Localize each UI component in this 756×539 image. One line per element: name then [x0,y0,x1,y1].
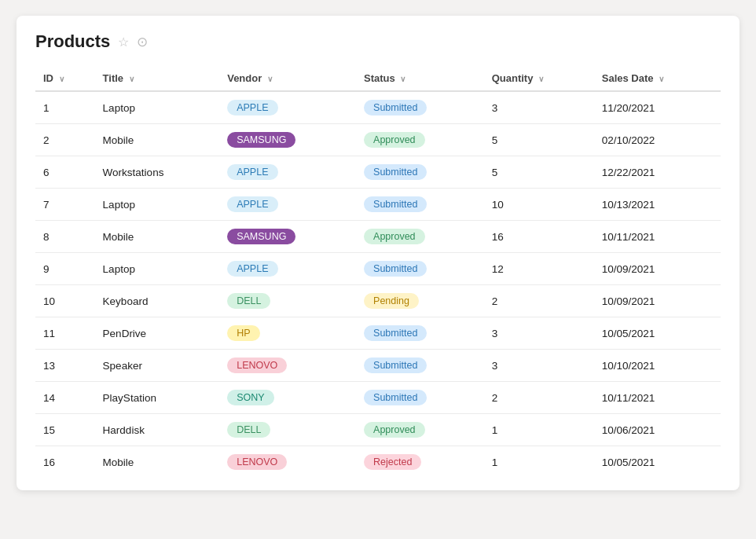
vendor-badge: APPLE [227,164,277,180]
check-circle-icon[interactable]: ⊙ [137,34,148,50]
star-icon[interactable]: ☆ [118,35,129,50]
col-title[interactable]: Title ∨ [95,66,220,91]
cell-title: PenDrive [95,317,220,350]
cell-quantity: 3 [484,350,594,382]
cell-quantity: 2 [484,285,594,317]
cell-quantity: 10 [484,189,594,221]
status-badge: Submitted [364,164,427,180]
col-quantity[interactable]: Quantity ∨ [484,66,594,91]
table-row[interactable]: 9 Laptop APPLE Submitted 12 10/09/2021 [35,253,721,285]
table-row[interactable]: 10 Keyboard DELL Pending 2 10/09/2021 [35,285,721,317]
cell-id: 11 [35,317,95,350]
status-badge: Submitted [364,100,427,116]
vendor-badge: APPLE [227,196,277,212]
table-row[interactable]: 1 Laptop APPLE Submitted 3 11/20/2021 [35,91,721,124]
table-header: ID ∨ Title ∨ Vendor ∨ Status ∨ Quantity [35,66,721,91]
status-badge: Submitted [364,261,427,277]
cell-title: Mobile [95,221,220,253]
cell-status: Submitted [356,156,484,189]
status-badge: Pending [364,293,419,309]
vendor-badge: LENOVO [227,358,287,373]
status-badge: Submitted [364,390,427,405]
cell-status: Submitted [356,91,484,124]
cell-id: 14 [35,382,95,414]
cell-sales-date: 10/11/2021 [594,221,721,253]
col-vendor[interactable]: Vendor ∨ [219,66,356,91]
cell-title: Laptop [95,253,220,285]
cell-vendor: DELL [219,285,356,317]
table-row[interactable]: 16 Mobile LENOVO Rejected 1 10/05/2021 [35,446,721,478]
cell-title: Mobile [95,124,220,156]
vendor-badge: DELL [227,293,270,309]
cell-quantity: 3 [484,317,594,350]
products-table: ID ∨ Title ∨ Vendor ∨ Status ∨ Quantity [35,66,721,478]
page-header: Products ☆ ⊙ [35,31,721,52]
cell-quantity: 3 [484,91,594,124]
table-row[interactable]: 13 Speaker LENOVO Submitted 3 10/10/2021 [35,350,721,382]
cell-id: 8 [35,221,95,253]
cell-id: 6 [35,156,95,189]
table-row[interactable]: 2 Mobile SAMSUNG Approved 5 02/10/2022 [35,124,721,156]
cell-status: Approved [356,221,484,253]
vendor-badge: SONY [227,390,273,405]
cell-id: 2 [35,124,95,156]
cell-status: Pending [356,285,484,317]
cell-status: Submitted [356,253,484,285]
sort-icon-id: ∨ [59,75,64,83]
cell-id: 1 [35,91,95,124]
status-badge: Submitted [364,196,427,212]
cell-vendor: APPLE [219,156,356,189]
cell-vendor: LENOVO [219,350,356,382]
cell-sales-date: 11/20/2021 [594,91,721,124]
cell-sales-date: 10/06/2021 [594,414,721,446]
table-row[interactable]: 7 Laptop APPLE Submitted 10 10/13/2021 [35,189,721,221]
cell-quantity: 5 [484,124,594,156]
table-row[interactable]: 8 Mobile SAMSUNG Approved 16 10/11/2021 [35,221,721,253]
cell-status: Submitted [356,189,484,221]
sort-icon-vendor: ∨ [267,75,273,83]
col-sales-date[interactable]: Sales Date ∨ [594,66,721,91]
vendor-badge: SAMSUNG [227,132,295,148]
cell-id: 13 [35,350,95,382]
table-row[interactable]: 6 Workstations APPLE Submitted 5 12/22/2… [35,156,721,189]
cell-status: Submitted [356,350,484,382]
cell-sales-date: 10/11/2021 [594,382,721,414]
cell-vendor: APPLE [219,253,356,285]
cell-sales-date: 10/09/2021 [594,253,721,285]
cell-quantity: 16 [484,221,594,253]
cell-sales-date: 12/22/2021 [594,156,721,189]
table-body: 1 Laptop APPLE Submitted 3 11/20/2021 2 … [35,91,721,478]
status-badge: Submitted [364,325,427,341]
cell-title: Keyboard [95,285,220,317]
cell-vendor: HP [219,317,356,350]
cell-sales-date: 10/09/2021 [594,285,721,317]
cell-vendor: APPLE [219,189,356,221]
col-status[interactable]: Status ∨ [356,66,484,91]
table-row[interactable]: 11 PenDrive HP Submitted 3 10/05/2021 [35,317,721,350]
table-row[interactable]: 15 Harddisk DELL Approved 1 10/06/2021 [35,414,721,446]
vendor-badge: APPLE [227,261,277,277]
cell-status: Submitted [356,382,484,414]
cell-quantity: 5 [484,156,594,189]
cell-title: Harddisk [95,414,220,446]
sort-icon-title: ∨ [129,75,134,83]
cell-sales-date: 10/10/2021 [594,350,721,382]
cell-sales-date: 10/05/2021 [594,446,721,478]
cell-status: Approved [356,414,484,446]
table-row[interactable]: 14 PlayStation SONY Submitted 2 10/11/20… [35,382,721,414]
cell-sales-date: 02/10/2022 [594,124,721,156]
cell-vendor: SAMSUNG [219,221,356,253]
page-title: Products [35,31,110,52]
status-badge: Rejected [364,454,421,470]
products-panel: Products ☆ ⊙ ID ∨ Title ∨ Vendor ∨ Statu [17,16,739,490]
cell-status: Submitted [356,317,484,350]
cell-quantity: 12 [484,253,594,285]
status-badge: Approved [364,132,425,148]
cell-status: Rejected [356,446,484,478]
sort-icon-sales-date: ∨ [659,75,664,83]
vendor-badge: LENOVO [227,454,287,470]
cell-vendor: SONY [219,382,356,414]
cell-sales-date: 10/05/2021 [594,317,721,350]
col-id[interactable]: ID ∨ [35,66,95,91]
cell-title: Laptop [95,189,220,221]
